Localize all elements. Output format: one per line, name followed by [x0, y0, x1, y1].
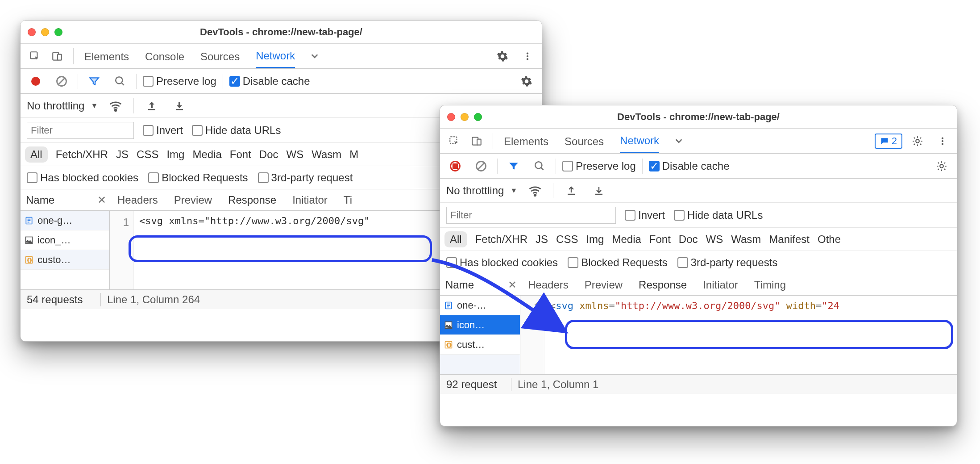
device-toggle-icon[interactable] [467, 131, 486, 151]
network-settings-icon[interactable] [517, 71, 536, 91]
tab-elements[interactable]: Elements [84, 44, 129, 68]
list-item[interactable]: one-g… [21, 211, 109, 230]
list-item[interactable]: one-… [440, 296, 520, 315]
type-other[interactable]: Othe [818, 233, 841, 246]
type-img[interactable]: Img [166, 148, 184, 161]
invert-checkbox[interactable]: Invert [143, 124, 183, 137]
type-ws[interactable]: WS [706, 233, 723, 246]
minimize-window-button[interactable] [41, 28, 49, 36]
type-fetchxhr[interactable]: Fetch/XHR [56, 148, 108, 161]
blocked-cookies-checkbox[interactable]: Has blocked cookies [27, 171, 138, 184]
device-toggle-icon[interactable] [47, 46, 67, 66]
tab-timing[interactable]: Timing [746, 274, 794, 296]
type-fetchxhr[interactable]: Fetch/XHR [475, 233, 527, 246]
list-item[interactable]: icon_… [21, 230, 109, 250]
type-ws[interactable]: WS [287, 148, 304, 161]
clear-button[interactable] [52, 71, 71, 91]
more-tabs-icon[interactable] [669, 131, 689, 151]
type-all[interactable]: All [25, 146, 48, 163]
preserve-log-checkbox[interactable]: Preserve log [143, 75, 216, 88]
list-item[interactable]: {} custo… [21, 250, 109, 270]
tab-preview[interactable]: Preview [577, 274, 631, 296]
tab-timing[interactable]: Ti [336, 189, 360, 211]
blocked-requests-checkbox[interactable]: Blocked Requests [148, 171, 248, 184]
clear-button[interactable] [471, 156, 491, 176]
type-js[interactable]: JS [116, 148, 129, 161]
type-manifest[interactable]: Manifest [769, 233, 810, 246]
type-media[interactable]: Media [192, 148, 221, 161]
type-wasm[interactable]: Wasm [731, 233, 761, 246]
wifi-icon[interactable] [106, 96, 125, 116]
filter-toggle-icon[interactable] [504, 156, 523, 176]
disable-cache-checkbox[interactable]: ✓ Disable cache [229, 75, 310, 88]
type-img[interactable]: Img [586, 233, 604, 246]
kebab-menu-icon[interactable] [933, 131, 952, 151]
tab-initiator[interactable]: Initiator [284, 189, 336, 211]
zoom-window-button[interactable] [474, 113, 482, 121]
list-item-selected[interactable]: icon… [440, 315, 520, 335]
tab-network[interactable]: Network [620, 129, 659, 153]
blocked-requests-checkbox[interactable]: Blocked Requests [568, 256, 667, 269]
col-name[interactable]: Name [21, 194, 94, 206]
close-window-button[interactable] [28, 28, 36, 36]
tab-sources[interactable]: Sources [565, 129, 604, 153]
tab-elements[interactable]: Elements [504, 129, 548, 153]
list-item[interactable]: {} cust… [440, 335, 520, 355]
type-css[interactable]: CSS [137, 148, 158, 161]
tab-response[interactable]: Response [631, 274, 695, 296]
download-har-icon[interactable] [589, 181, 609, 201]
throttling-select[interactable]: No throttling ▼ [446, 184, 517, 197]
tab-sources[interactable]: Sources [200, 44, 240, 68]
search-icon[interactable] [110, 71, 130, 91]
network-settings-icon[interactable] [932, 156, 951, 176]
type-more[interactable]: M [349, 148, 358, 161]
download-har-icon[interactable] [170, 96, 189, 116]
upload-har-icon[interactable] [561, 181, 581, 201]
issues-badge[interactable]: 2 [875, 134, 902, 149]
tab-network[interactable]: Network [256, 44, 295, 68]
hide-data-urls-checkbox[interactable]: Hide data URLs [192, 124, 281, 137]
inspect-icon[interactable] [444, 131, 464, 151]
invert-checkbox[interactable]: Invert [625, 209, 665, 222]
type-doc[interactable]: Doc [679, 233, 698, 246]
inspect-icon[interactable] [25, 46, 45, 66]
filter-input[interactable] [446, 207, 616, 224]
tab-response[interactable]: Response [220, 189, 284, 211]
type-doc[interactable]: Doc [259, 148, 278, 161]
third-party-checkbox[interactable]: 3rd-party request [258, 171, 353, 184]
col-name[interactable]: Name [440, 279, 505, 291]
record-button[interactable] [445, 156, 465, 176]
tab-console[interactable]: Console [145, 44, 184, 68]
search-icon[interactable] [530, 156, 549, 176]
tab-headers[interactable]: Headers [109, 189, 166, 211]
preserve-log-checkbox[interactable]: Preserve log [562, 160, 636, 172]
disable-cache-checkbox[interactable]: ✓ Disable cache [649, 160, 730, 172]
hide-data-urls-checkbox[interactable]: Hide data URLs [674, 209, 763, 222]
tab-initiator[interactable]: Initiator [695, 274, 746, 296]
more-tabs-icon[interactable] [305, 46, 324, 66]
close-window-button[interactable] [447, 113, 455, 121]
kebab-menu-icon[interactable] [518, 46, 537, 66]
tab-preview[interactable]: Preview [166, 189, 220, 211]
upload-har-icon[interactable] [142, 96, 162, 116]
close-details-icon[interactable]: ✕ [505, 279, 520, 291]
type-css[interactable]: CSS [556, 233, 578, 246]
settings-icon[interactable] [908, 131, 927, 151]
minimize-window-button[interactable] [461, 113, 469, 121]
response-code[interactable]: 1 <svg xmlns="http://www.w3.org/2000/svg… [520, 296, 957, 374]
third-party-checkbox[interactable]: 3rd-party requests [677, 256, 778, 269]
settings-icon[interactable] [493, 46, 512, 66]
blocked-cookies-checkbox[interactable]: Has blocked cookies [446, 256, 558, 269]
type-media[interactable]: Media [612, 233, 641, 246]
filter-input[interactable] [27, 122, 134, 139]
tab-headers[interactable]: Headers [520, 274, 577, 296]
close-details-icon[interactable]: ✕ [94, 194, 109, 206]
record-button[interactable] [26, 71, 46, 91]
type-font[interactable]: Font [230, 148, 251, 161]
zoom-window-button[interactable] [54, 28, 62, 36]
type-all[interactable]: All [444, 231, 467, 247]
type-js[interactable]: JS [536, 233, 548, 246]
wifi-icon[interactable] [525, 181, 545, 201]
filter-toggle-icon[interactable] [84, 71, 104, 91]
throttling-select[interactable]: No throttling ▼ [27, 100, 98, 112]
